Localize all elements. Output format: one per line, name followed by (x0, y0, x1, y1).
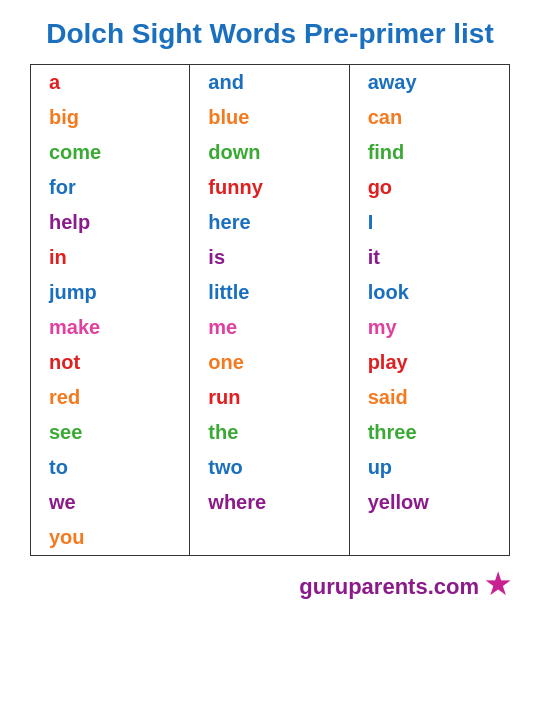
word-item: jump (31, 275, 189, 310)
word-item: play (350, 345, 509, 380)
column-1: abigcomeforhelpinjumpmakenotredseetoweyo… (31, 65, 190, 555)
word-item: not (31, 345, 189, 380)
word-item: run (190, 380, 348, 415)
page-title: Dolch Sight Words Pre-primer list (0, 0, 540, 64)
word-item: little (190, 275, 348, 310)
word-item: you (31, 520, 189, 555)
word-item: in (31, 240, 189, 275)
word-item: is (190, 240, 348, 275)
word-item: funny (190, 170, 348, 205)
word-item: it (350, 240, 509, 275)
word-item: big (31, 100, 189, 135)
column-3: awaycanfindgoIitlookmyplaysaidthreeupyel… (350, 65, 509, 555)
word-item: me (190, 310, 348, 345)
column-2: andbluedownfunnyhereislittlemeonerunthet… (190, 65, 349, 555)
word-item: here (190, 205, 348, 240)
word-item: come (31, 135, 189, 170)
word-item: to (31, 450, 189, 485)
word-item: one (190, 345, 348, 380)
word-item: see (31, 415, 189, 450)
word-item: and (190, 65, 348, 100)
word-item: up (350, 450, 509, 485)
star-icon: ★ (485, 568, 510, 601)
word-item: yellow (350, 485, 509, 520)
word-item: help (31, 205, 189, 240)
word-item: the (190, 415, 348, 450)
word-item: red (31, 380, 189, 415)
footer: guruparents.com★ (0, 556, 540, 601)
word-item: my (350, 310, 509, 345)
word-item: we (31, 485, 189, 520)
word-item: away (350, 65, 509, 100)
word-item: for (31, 170, 189, 205)
word-item: down (190, 135, 348, 170)
word-item: two (190, 450, 348, 485)
word-item: look (350, 275, 509, 310)
word-item: find (350, 135, 509, 170)
footer-text: guruparents.com★ (299, 568, 510, 601)
word-item: blue (190, 100, 348, 135)
word-table: abigcomeforhelpinjumpmakenotredseetoweyo… (30, 64, 510, 556)
word-item: make (31, 310, 189, 345)
word-item: where (190, 485, 348, 520)
word-item: three (350, 415, 509, 450)
word-item: I (350, 205, 509, 240)
word-item: a (31, 65, 189, 100)
word-item: said (350, 380, 509, 415)
word-item: can (350, 100, 509, 135)
word-item: go (350, 170, 509, 205)
